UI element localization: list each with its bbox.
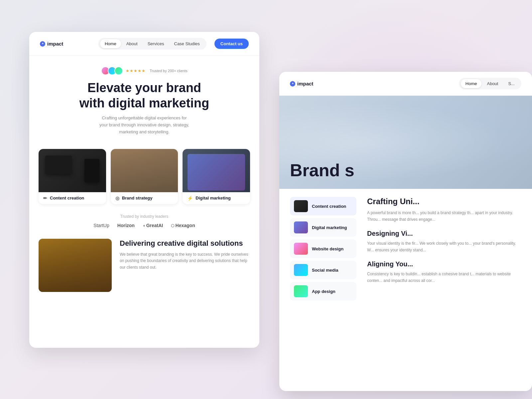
service-item-content-creation[interactable]: Content creation (290, 197, 356, 215)
trusted-brands-section: Trusted by industry leaders StartUp Hori… (29, 211, 259, 233)
hero-section: ★★★★★ Trusted by 200+ clients Elevate yo… (29, 56, 259, 142)
service-thumb-2 (294, 221, 308, 233)
right-card: impact Home About S... Brand s Content c… (279, 72, 532, 391)
contact-button[interactable]: Contact us (214, 39, 249, 49)
card-icon-2: ◎ (115, 196, 119, 201)
brand-startup: StartUp (93, 223, 109, 228)
service-item-digital-marketing[interactable]: Digital marketing (290, 218, 356, 237)
left-card: impact Home About Services Case Studies … (29, 32, 259, 348)
services-list: Content creation Digital marketing Websi… (290, 197, 356, 301)
trusted-label: Trusted by industry leaders (39, 214, 250, 219)
avatar-3 (114, 66, 123, 75)
service-card-digital-marketing[interactable]: ⚡ Digital marketing (183, 149, 250, 204)
article-body-2: Your visual identity is the fir... We wo… (367, 240, 521, 254)
logo: impact (40, 41, 63, 47)
card-image-3 (183, 149, 250, 192)
card-image-1 (39, 149, 106, 192)
service-thumb-1 (294, 200, 308, 212)
thumb-img-1 (294, 200, 308, 212)
service-item-social-media[interactable]: Social media (290, 261, 356, 279)
service-thumb-5 (294, 285, 308, 297)
service-item-name-5: App design (312, 289, 335, 294)
brand-horizon: Horizon (117, 223, 135, 228)
article-title-2: Designing Vi... (367, 230, 521, 237)
article-title-1: Crafting Uni... (367, 197, 521, 206)
star-rating: ★★★★★ (126, 68, 146, 73)
service-thumb-3 (294, 243, 308, 255)
service-card-content-creation[interactable]: ✏ Content creation (39, 149, 106, 204)
right-navbar: impact Home About S... (279, 72, 532, 96)
hero-description: Crafting unforgettable digital experienc… (98, 115, 191, 135)
trusted-text: Trusted by 200+ clients (150, 69, 188, 73)
right-article: Crafting Uni... A powerful brand is more… (367, 197, 521, 301)
logo-icon (40, 41, 45, 47)
service-item-name-2: Digital marketing (312, 225, 347, 230)
thumb-img-5 (294, 285, 308, 297)
right-logo-icon (290, 81, 295, 86)
article-title-3: Aligning You... (367, 260, 521, 268)
nav-services[interactable]: Services (143, 39, 169, 48)
bottom-headline: Delivering creative digital solutions (120, 239, 250, 248)
right-hero-image: Brand s (279, 96, 532, 189)
service-card-brand-strategy[interactable]: ◎ Brand strategy (111, 149, 178, 204)
right-nav-about[interactable]: About (482, 79, 503, 88)
service-thumb-4 (294, 264, 308, 276)
right-logo: impact (290, 81, 313, 86)
nav-home[interactable]: Home (100, 39, 121, 48)
brand-logos: StartUp Horizon GreatAI Hexagon (39, 223, 250, 228)
thumb-img-4 (294, 264, 308, 276)
service-item-website-design[interactable]: Website design (290, 239, 356, 258)
service-item-name-4: Social media (312, 268, 338, 273)
card-icon-3: ⚡ (187, 196, 193, 201)
navbar: impact Home About Services Case Studies … (29, 32, 259, 56)
bottom-section: Delivering creative digital solutions We… (29, 233, 259, 297)
thumb-img-2 (294, 221, 308, 233)
trusted-badge: ★★★★★ Trusted by 200+ clients (101, 66, 188, 75)
logo-text: impact (47, 41, 63, 47)
nav-about[interactable]: About (122, 39, 142, 48)
nav-case-studies[interactable]: Case Studies (170, 39, 204, 48)
right-content: Content creation Digital marketing Websi… (279, 189, 532, 309)
hero-headline: Elevate your brand with digital marketin… (40, 80, 249, 111)
card-label-2: ◎ Brand strategy (111, 192, 178, 204)
card-image-2 (111, 149, 178, 192)
service-item-name-3: Website design (312, 246, 343, 251)
service-cards-section: ✏ Content creation ◎ Brand strategy ⚡ Di… (29, 142, 259, 211)
card-label-1: ✏ Content creation (39, 192, 106, 204)
thumb-img-3 (294, 243, 308, 255)
card-icon-1: ✏ (43, 196, 47, 201)
right-nav-home[interactable]: Home (461, 79, 482, 88)
right-nav-links: Home About S... (459, 78, 521, 89)
bottom-description: We believe that great branding is the ke… (120, 251, 250, 271)
article-body-1: A powerful brand is more th... you build… (367, 209, 521, 223)
article-body-3: Consistency is key to buildin... establi… (367, 271, 521, 284)
card-label-3: ⚡ Digital marketing (183, 192, 250, 204)
service-item-name-1: Content creation (312, 204, 346, 209)
right-hero-title: Brand s (290, 162, 354, 179)
service-item-app-design[interactable]: App design (290, 282, 356, 301)
brand-hexagon: Hexagon (171, 223, 195, 228)
avatar-group (101, 66, 123, 75)
nav-links: Home About Services Case Studies (98, 38, 206, 50)
bottom-text: Delivering creative digital solutions We… (112, 239, 250, 271)
bottom-image (39, 239, 112, 292)
right-nav-services[interactable]: S... (503, 79, 519, 88)
brand-greatai: GreatAI (143, 223, 163, 228)
right-logo-text: impact (297, 81, 313, 86)
